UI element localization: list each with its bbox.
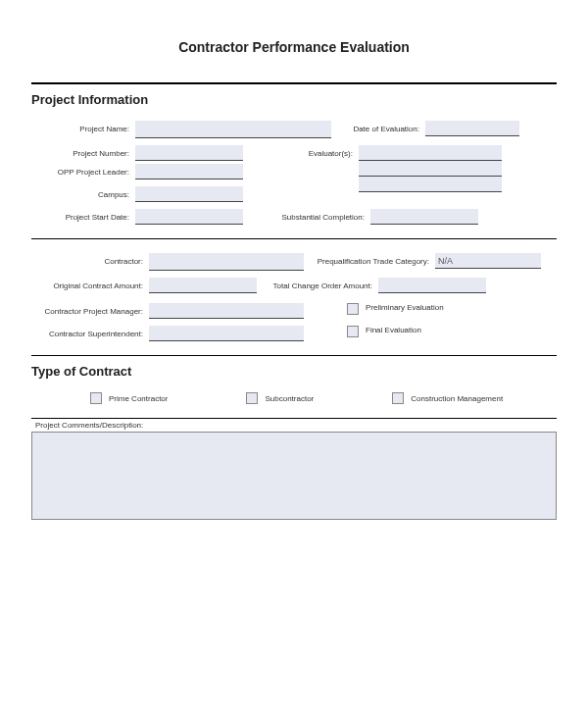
preliminary-eval-checkbox[interactable] <box>347 303 359 315</box>
final-eval-label: Final Evaluation <box>366 326 421 334</box>
change-order-field[interactable] <box>378 278 486 293</box>
date-eval-field[interactable] <box>425 121 519 136</box>
pm-field[interactable] <box>149 303 304 319</box>
orig-amount-field[interactable] <box>149 278 257 293</box>
evaluators-label: Evaluator(s): <box>298 145 359 158</box>
date-eval-label: Date of Evaluation: <box>349 121 425 133</box>
evaluators-field-1[interactable] <box>359 145 502 161</box>
start-date-field[interactable] <box>135 209 243 225</box>
project-name-field[interactable] <box>135 121 331 138</box>
prequal-label: Prequalification Trade Category: <box>310 253 435 266</box>
contractor-label: Contractor: <box>31 253 149 266</box>
campus-label: Campus: <box>31 186 135 199</box>
evaluators-field-3[interactable] <box>359 177 502 192</box>
contractor-field[interactable] <box>149 253 304 271</box>
subcontractor-checkbox[interactable] <box>246 392 258 404</box>
prime-contractor-checkbox[interactable] <box>90 392 102 404</box>
section-project-info-header: Project Information <box>31 92 557 107</box>
project-name-label: Project Name: <box>31 121 135 133</box>
construction-mgmt-label: Construction Management <box>411 394 503 403</box>
comments-textarea[interactable] <box>31 432 557 520</box>
project-number-field[interactable] <box>135 145 243 161</box>
pm-label: Contractor Project Manager: <box>31 303 149 316</box>
campus-field[interactable] <box>135 186 243 202</box>
comments-label: Project Comments/Description: <box>35 421 557 430</box>
divider <box>31 418 557 419</box>
project-number-label: Project Number: <box>31 145 135 158</box>
form-title: Contractor Performance Evaluation <box>31 39 557 55</box>
row-contractor: Contractor: Prequalification Trade Categ… <box>31 253 557 271</box>
super-field[interactable] <box>149 326 304 341</box>
super-label: Contractor Superintendent: <box>31 326 149 338</box>
divider <box>31 82 557 84</box>
divider <box>31 355 557 356</box>
subcontractor-label: Subcontractor <box>265 394 314 403</box>
contract-options-row: Prime Contractor Subcontractor Construct… <box>31 383 557 418</box>
evaluators-group <box>359 145 502 192</box>
prime-contractor-label: Prime Contractor <box>109 394 168 403</box>
row-super: Contractor Superintendent: Final Evaluat… <box>31 326 557 341</box>
opp-leader-field[interactable] <box>135 164 243 179</box>
section-type-contract-header: Type of Contract <box>31 364 557 379</box>
row-start-date: Project Start Date: Substantial Completi… <box>31 209 557 225</box>
row-pm: Contractor Project Manager: Preliminary … <box>31 303 557 319</box>
divider <box>31 238 557 239</box>
evaluators-field-2[interactable] <box>359 161 502 177</box>
preliminary-eval-label: Preliminary Evaluation <box>366 303 444 312</box>
subst-completion-label: Substantial Completion: <box>278 209 370 222</box>
start-date-label: Project Start Date: <box>31 209 135 222</box>
opp-leader-label: OPP Project Leader: <box>31 164 135 177</box>
change-order-label: Total Change Order Amount: <box>270 278 378 290</box>
opt-sub: Subcontractor <box>246 392 314 404</box>
subst-completion-field[interactable] <box>370 209 478 225</box>
row-orig-amount: Original Contract Amount: Total Change O… <box>31 278 557 293</box>
construction-mgmt-checkbox[interactable] <box>392 392 404 404</box>
opt-prime: Prime Contractor <box>90 392 168 404</box>
prequal-field[interactable] <box>435 253 541 269</box>
orig-amount-label: Original Contract Amount: <box>31 278 149 290</box>
opt-construction: Construction Management <box>392 392 503 404</box>
final-eval-checkbox[interactable] <box>347 326 359 337</box>
row-project-name: Project Name: Date of Evaluation: <box>31 121 557 138</box>
